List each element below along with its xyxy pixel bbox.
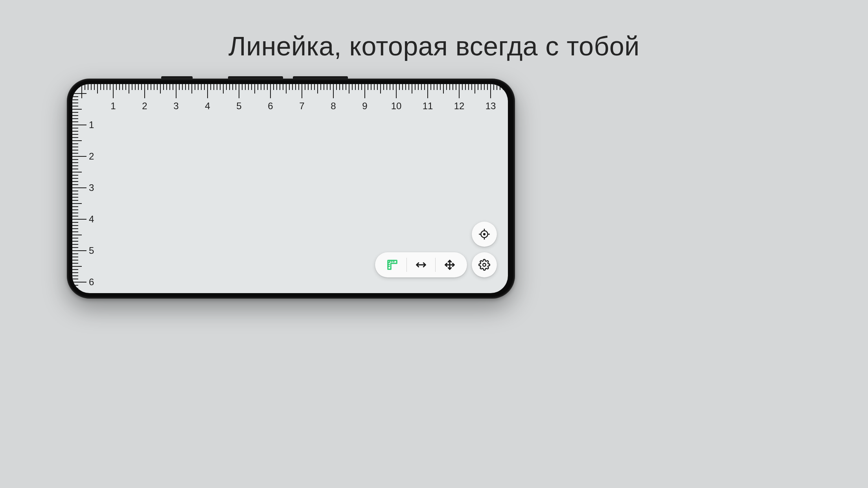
ruler-tick (405, 84, 406, 90)
ruler-number: 10 (391, 101, 402, 112)
ruler-number: 8 (331, 101, 336, 112)
ruler-tick (245, 84, 246, 90)
ruler-tick (116, 84, 117, 90)
ruler-number: 7 (299, 101, 304, 112)
ruler-tick (72, 253, 78, 254)
ruler-tick (452, 84, 453, 90)
ruler-number: 6 (89, 277, 94, 288)
ruler-tick (179, 84, 180, 90)
ruler-tick (72, 93, 86, 94)
ruler-tick (487, 84, 488, 90)
mode-move-button[interactable] (436, 252, 464, 277)
ruler-number: 4 (89, 214, 94, 225)
ruler-tick (283, 84, 283, 90)
ruler-tick (251, 84, 252, 90)
ruler-tick (358, 84, 359, 90)
calibrate-button[interactable] (472, 222, 497, 247)
ruler-tick (267, 84, 268, 90)
ruler-tick (390, 84, 390, 90)
ruler-tick (72, 140, 82, 141)
ruler-tick (151, 84, 151, 90)
ruler-tick (72, 181, 78, 182)
ruler-tick (207, 84, 208, 98)
ruler-tick (72, 99, 78, 100)
ruler-number: 3 (173, 101, 178, 112)
ruler-tick (144, 84, 145, 98)
ruler-tick (173, 84, 173, 90)
ruler-tick (273, 84, 274, 90)
ruler-tick (122, 84, 123, 90)
ruler-tick (198, 84, 199, 90)
ruler-tick (72, 115, 78, 116)
ruler-tick (324, 84, 324, 90)
app-screen: 12345678910111213 123456 (72, 84, 508, 293)
ruler-tick (72, 103, 78, 103)
ruler-tick (242, 84, 243, 90)
ruler-tick (72, 275, 78, 276)
ruler-tick (311, 84, 312, 90)
ruler-tick (72, 143, 78, 144)
ruler-tick (399, 84, 400, 90)
mode-horizontal-button[interactable] (407, 252, 435, 277)
ruler-tick (72, 288, 78, 289)
ruler-tick (421, 84, 422, 90)
ruler-tick (289, 84, 290, 90)
ruler-tick (72, 128, 78, 128)
ruler-tick (220, 84, 221, 90)
ruler-tick (503, 84, 504, 90)
phone-hw-button (293, 76, 348, 79)
settings-button[interactable] (472, 252, 497, 277)
ruler-tick (72, 216, 78, 216)
ruler-tick (182, 84, 183, 90)
ruler-tick (110, 84, 110, 90)
ruler-tick (107, 84, 107, 90)
ruler-tick (160, 84, 161, 94)
svg-point-1 (483, 233, 485, 235)
ruler-tick (72, 213, 78, 213)
ruler-tick (239, 84, 239, 98)
svg-point-6 (483, 263, 486, 266)
ruler-tick (497, 84, 497, 90)
ruler-tick (72, 272, 78, 273)
ruler-tick (280, 84, 280, 90)
ruler-tick (386, 84, 387, 90)
ruler-tick (393, 84, 394, 90)
ruler-tick (327, 84, 327, 90)
ruler-tick (364, 84, 365, 98)
ruler-tick (72, 156, 86, 157)
ruler-tick (493, 84, 494, 90)
ruler-tick (462, 84, 463, 90)
ruler-tick (352, 84, 353, 90)
target-icon (478, 228, 490, 240)
ruler-tick (490, 84, 491, 98)
mode-2d-button[interactable] (378, 252, 406, 277)
ruler-tick (333, 84, 334, 98)
ruler-vertical[interactable]: 123456 (72, 84, 104, 293)
ruler-tick (72, 184, 78, 185)
ruler-tick (232, 84, 233, 90)
ruler-tick (412, 84, 412, 94)
ruler-tick (286, 84, 287, 94)
ruler-tick (72, 121, 78, 122)
ruler-tick (415, 84, 416, 90)
ruler-tick (72, 238, 78, 238)
ruler-number: 13 (485, 101, 496, 112)
ruler-tick (368, 84, 368, 90)
ruler-tick (223, 84, 224, 94)
ruler-tick (204, 84, 205, 90)
ruler-tick (72, 178, 78, 179)
ruler-tick (72, 222, 78, 223)
ruler-tick (72, 153, 78, 154)
ruler-horizontal[interactable]: 12345678910111213 (72, 84, 508, 116)
ruler-tick (443, 84, 444, 94)
ruler-tick (257, 84, 258, 90)
ruler-tick (449, 84, 450, 90)
ruler-tick (72, 125, 86, 125)
ruler-tick (427, 84, 428, 98)
ruler-tick (302, 84, 302, 98)
ruler-tick (141, 84, 142, 90)
ruler-tick (129, 84, 129, 94)
ruler-tick (342, 84, 343, 90)
ruler-tick (72, 257, 78, 257)
ruler-tick (72, 194, 78, 194)
